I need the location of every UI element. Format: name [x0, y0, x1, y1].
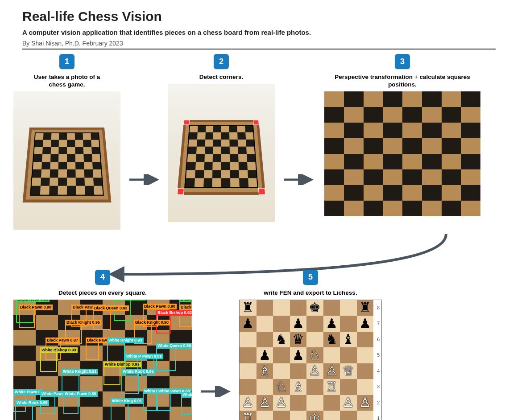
lichess-square — [323, 347, 340, 363]
chess-piece: ♟ — [292, 317, 304, 330]
detection-box: White Pawn 0.88 — [143, 393, 157, 411]
chess-piece: ♟ — [359, 317, 371, 330]
chess-piece: ♘ — [309, 349, 321, 362]
detection-label: Black Knight 0.95 — [65, 320, 101, 325]
lichess-square — [273, 411, 290, 420]
step-badge-5: 5 — [303, 270, 318, 285]
lichess-square — [306, 332, 323, 348]
lichess-square: ♙ — [357, 395, 374, 411]
detection-label: White Knight 0.91 — [62, 369, 98, 375]
lichess-square — [257, 411, 273, 420]
chess-piece: ♜ — [242, 301, 254, 314]
chess-piece: ♜ — [359, 301, 371, 314]
detection-label: White Pa — [181, 392, 192, 398]
lichess-square: ♜ — [240, 300, 257, 316]
lichess-square: ♘ — [273, 379, 290, 395]
lichess-ranks: 87654321 — [377, 300, 380, 420]
lichess-square — [273, 347, 290, 363]
chess-piece: ♔ — [309, 412, 321, 420]
lichess-square — [240, 332, 257, 348]
mini-chess-grid — [30, 132, 104, 195]
lichess-square: ♜ — [357, 300, 374, 316]
chess-piece: ♞ — [275, 333, 287, 346]
lichess-square — [290, 363, 307, 379]
corner-marker-tl — [183, 120, 190, 125]
lichess-square: ♔ — [306, 411, 323, 420]
lichess-square: ♙ — [340, 395, 357, 411]
detection-box: White Queen 0.96 — [156, 348, 176, 371]
step-badge-3: 3 — [395, 54, 410, 69]
rank-label: 5 — [377, 353, 380, 358]
detection-label: Black Knight 0.90 — [134, 320, 170, 325]
header-divider — [22, 49, 496, 49]
lichess-square: ♞ — [273, 332, 290, 348]
chess-piece: ♛ — [292, 333, 304, 346]
lichess-square — [273, 363, 290, 379]
detection-label: White Pawn 0. — [13, 389, 43, 395]
arrow-1-2 — [128, 174, 160, 185]
lichess-square — [240, 363, 257, 379]
chess-piece: ♙ — [309, 364, 321, 378]
lichess-square: ♘ — [306, 347, 323, 363]
chess-piece: ♘ — [275, 380, 287, 394]
page-title: Real-life Chess Vision — [22, 9, 496, 24]
flow-row-1: 1 User takes a photo of a chess game. 2 … — [22, 54, 496, 230]
lichess-square — [290, 411, 307, 420]
chess-piece: ♚ — [309, 301, 321, 314]
lichess-square: ♞ — [323, 332, 340, 348]
lichess-square: ♙ — [323, 363, 340, 379]
detection-box: White Rook 0.95 — [15, 405, 33, 420]
lichess-square — [340, 411, 357, 420]
chess-piece: ♞ — [326, 333, 338, 346]
detection-box: White Pawn 0.88 — [63, 396, 79, 414]
lichess-square — [257, 300, 273, 316]
detection-box: White Pa — [181, 397, 192, 415]
chess-piece: ♙ — [242, 396, 254, 409]
lichess-square: ♖ — [323, 379, 340, 395]
detection-label: Black Rook 0.85 — [16, 300, 50, 302]
detection-box: White Rook 0.95 — [121, 374, 139, 394]
lichess-square — [273, 300, 290, 316]
corner-marker-bl — [177, 188, 184, 195]
arrow-2-3 — [283, 174, 314, 185]
detection-label: Black Queen 0.92 — [93, 305, 129, 311]
step-5: 5 write FEN and export to Lichess. ♜♚♜♟♟… — [239, 270, 382, 420]
lichess-square — [323, 300, 340, 316]
lichess-square — [306, 395, 323, 411]
mini-chess-grid-2 — [184, 125, 258, 188]
chess-piece: ♖ — [242, 412, 254, 420]
lichess-square — [240, 379, 257, 395]
lichess-square — [357, 411, 374, 420]
lichess-square: ♙ — [273, 395, 290, 411]
step2-image — [168, 84, 275, 222]
detection-box: White Bishop 0.93 — [40, 352, 57, 372]
byline: By Shai Nisan, Ph.D. February 2023 — [22, 40, 496, 47]
detection-box: White Pawn 0.88 — [157, 393, 171, 411]
rank-label: 4 — [377, 369, 380, 374]
step-caption-1: User takes a photo of a chess game. — [27, 74, 107, 89]
step-caption-4: Detect pieces on every square. — [58, 289, 147, 297]
lichess-square: ♛ — [290, 332, 307, 348]
chess-piece: ♖ — [326, 380, 338, 394]
chess-piece: ♕ — [342, 364, 354, 378]
chess-piece: ♗ — [259, 364, 271, 378]
chessboard-3 — [324, 91, 480, 216]
detection-label: White Knight 0.93 — [107, 338, 144, 343]
lichess-square — [340, 300, 357, 316]
step-3: 3 Perspective transformation + calculate… — [322, 54, 483, 216]
step-caption-3: Perspective transformation + calculate s… — [322, 74, 483, 89]
lichess-square — [290, 300, 307, 316]
lichess-square — [340, 379, 357, 395]
flow-row-2: 4 Detect pieces on every square. Black R… — [13, 270, 496, 420]
detection-box: White Bishop 0.92 — [103, 366, 120, 385]
lichess-square — [257, 332, 273, 348]
detection-label: White Pawn 0.88 — [63, 391, 98, 397]
lichess-square — [290, 395, 307, 411]
rank-label: 8 — [377, 305, 380, 310]
lichess-square — [357, 379, 374, 395]
detection-label: Black Pawn 0.90 — [143, 304, 177, 309]
detection-label: Black King 0.91 — [114, 300, 146, 301]
lichess-square: ♖ — [240, 411, 257, 420]
step-1: 1 User takes a photo of a chess game. — [13, 54, 120, 230]
chess-piece: ♙ — [326, 364, 338, 378]
